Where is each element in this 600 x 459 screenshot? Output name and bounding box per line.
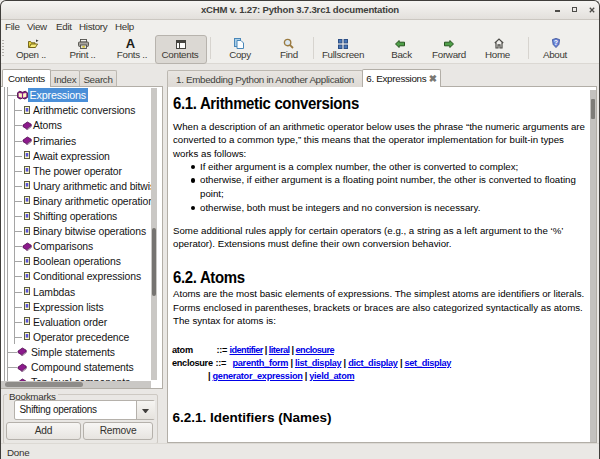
svg-text:?: ? (553, 39, 557, 46)
